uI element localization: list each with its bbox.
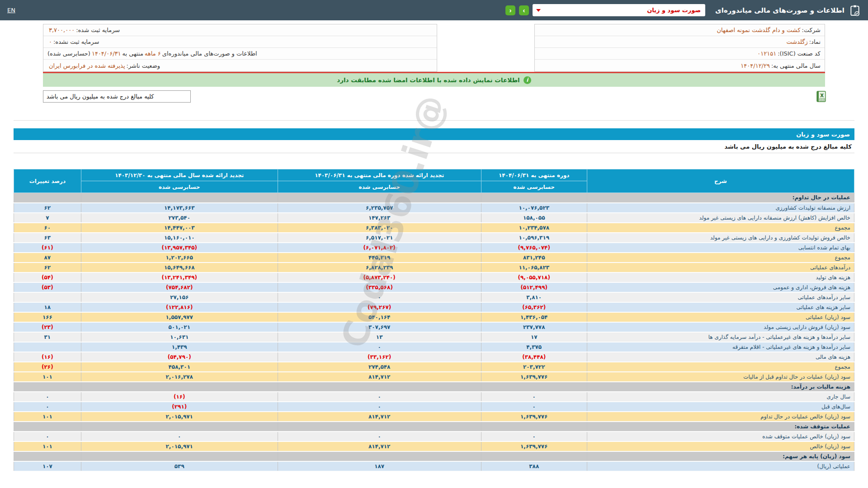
value-prior: ۸۱۴,۷۱۲ (278, 441, 481, 451)
info-value: ۶ ماهه (143, 50, 162, 57)
value-current: ۰ (481, 432, 587, 441)
table-row: سایر هزینه های عملیاتی(۶۵,۳۶۲)(۷۹,۲۶۷)(۱… (14, 302, 854, 312)
income-statement-table: شرح دوره منتهی به ۱۴۰۴/۰۶/۳۱ تجدید ارائه… (14, 169, 854, 472)
table-row: سال‌های قبل۰۰(۲۹۱)۰ (14, 402, 854, 412)
table-row: بهای تمام شده انتسابی(۹,۷۶۵,۰۷۴)(۶,۰۷۱,۸… (14, 243, 854, 253)
value-year: (۵۴,۷۹۰) (81, 352, 278, 362)
value-prior: ۰ (278, 342, 481, 352)
statement-title-bar: صورت سود و زیان (14, 128, 854, 140)
value-year: ۱,۲۰۲,۶۶۵ (81, 253, 278, 263)
report-title-group: اطلاعات و صورت‌های مالی میاندوره‌ای (715, 5, 861, 16)
previous-statement-button[interactable]: ‹ (505, 5, 515, 15)
info-row-left: وضعیت ناشر: پذیرفته شده در فرابورس ایران (43, 60, 437, 71)
signature-match-banner: i اطلاعات نمایش داده شده با اطلاعات امضا… (43, 73, 825, 87)
value-current: ۰ (481, 392, 587, 402)
table-row: سود (زیان) خالص۱,۶۳۹,۷۷۶۸۱۴,۷۱۲۲,۰۱۵,۹۷۱… (14, 441, 854, 451)
value-change-percent: ۱۶۶ (14, 312, 81, 322)
info-row-left: سرمایه ثبت نشده: ۰ (43, 36, 437, 48)
desc-cell: سایر هزینه های عملیاتی (587, 302, 854, 312)
info-label: شرکت: (802, 27, 821, 33)
desc-cell: سایر درآمدها و هزینه های غیرعملیاتی - در… (587, 332, 854, 342)
value-prior: ۰ (278, 392, 481, 402)
value-year: ۴۵۸,۳۰۱ (81, 362, 278, 372)
col-header-current-period: دوره منتهی به ۱۴۰۴/۰۶/۳۱ (481, 169, 587, 181)
value-current: ۱۵۸,۰۵۵ (481, 213, 587, 223)
desc-cell: سایر درآمدها و هزینه های غیرعملیاتی - اق… (587, 342, 854, 352)
info-row-left: اطلاعات و صورت‌های مالی میاندوره‌ای ۶ ما… (43, 48, 437, 60)
desc-cell: عملیات متوقف شده: (587, 422, 854, 432)
value-prior: (۳۳۵,۵۶۸) (278, 282, 481, 292)
value-prior: ۰ (278, 402, 481, 412)
col-header-fiscal-year: تجدید ارائه شده سال مالی منتهی به ۱۴۰۳/۱… (81, 169, 278, 181)
value-prior: ۶,۸۲۸,۲۳۹ (278, 263, 481, 272)
section-divider (14, 120, 854, 121)
value-year: ۲۷,۱۵۶ (81, 292, 278, 302)
value-year: ۲,۰۱۵,۹۷۱ (81, 441, 278, 451)
desc-cell: سود (زیان) عملیات در حال تداوم قبل از ما… (587, 372, 854, 382)
value-current: (۹,۷۶۵,۰۷۴) (481, 243, 587, 253)
desc-cell: مجموع (587, 362, 854, 372)
info-value: پذیرفته شده در فرابورس ایران (47, 62, 127, 69)
value-prior: ۶,۳۸۳,۰۲۰ (278, 223, 481, 233)
value-year (81, 193, 278, 203)
desc-cell: هزینه های تولید (587, 272, 854, 282)
value-change-percent: ۰ (14, 432, 81, 441)
value-current: ۳,۸۱۰ (481, 292, 587, 302)
desc-cell: هزینه مالیات بر درآمد: (587, 382, 854, 392)
value-current: ۱,۶۳۹,۷۷۶ (481, 441, 587, 451)
info-row-right: کد صنعت (ISIC): ۰۱۲۱۵۱ (535, 48, 825, 60)
value-current: ۳۸۸ (481, 461, 587, 471)
value-change-percent: (۵۴) (14, 272, 81, 282)
value-prior: (۵,۸۷۳,۲۴۰) (278, 272, 481, 282)
table-row: هزینه های فروش، اداری و عمومی(۵۱۲,۴۹۹)(۳… (14, 282, 854, 292)
chevron-down-icon (536, 9, 541, 12)
value-year: ۱,۵۵۷,۹۷۷ (81, 312, 278, 322)
statement-type-dropdown[interactable]: صورت سود و زیان (533, 4, 705, 16)
desc-cell: سود (زیان) عملیاتی (587, 312, 854, 322)
excel-export-icon[interactable]: X (816, 90, 827, 103)
table-row: مجموع۲۰۳,۷۲۲۲۷۴,۵۴۸۴۵۸,۳۰۱(۲۶) (14, 362, 854, 372)
value-change-percent: (۶۱) (14, 243, 81, 253)
info-label: سال مالی منتهی به: (771, 62, 821, 69)
value-change-percent: ۱۰۱ (14, 412, 81, 422)
signature-match-text: اطلاعات نمایش داده شده با اطلاعات امضا ش… (337, 76, 520, 84)
desc-cell: مجموع (587, 253, 854, 263)
desc-cell: درآمدهای عملیاتی (587, 263, 854, 272)
desc-cell: ارزش منصفانه تولیدات کشاورزی (587, 203, 854, 213)
value-change-percent: ۸۷ (14, 253, 81, 263)
value-prior: (۷۹,۲۶۷) (278, 302, 481, 312)
value-year: (۱۶) (81, 392, 278, 402)
table-row: سود (زیان) فروش دارایی زیستی مولد۲۳۷,۷۷۸… (14, 322, 854, 332)
value-year: ۱۴,۱۷۳,۶۶۳ (81, 203, 278, 213)
value-current: ۱۰,۵۹۶,۳۱۹ (481, 233, 587, 243)
value-change-percent: ۷ (14, 213, 81, 223)
table-row: سود (زیان) خالص عملیات متوقف شده۰۰۰۰ (14, 432, 854, 441)
value-change-percent: ۶۲ (14, 263, 81, 272)
next-statement-button[interactable]: › (519, 5, 529, 15)
english-language-link[interactable]: EN (7, 7, 15, 14)
value-current: ۱,۶۳۹,۷۷۶ (481, 412, 587, 422)
value-prior: ۴۴۵,۲۱۹ (278, 253, 481, 263)
value-prior (278, 451, 481, 461)
value-current: ۲۰۳,۷۲۲ (481, 362, 587, 372)
table-row: مجموع۱۰,۲۳۴,۵۷۸۶,۳۸۳,۰۲۰۱۴,۴۴۷,۰۰۳۶۰ (14, 223, 854, 233)
value-prior (278, 422, 481, 432)
value-change-percent: ۶۳ (14, 233, 81, 243)
table-row: سود (زیان) عملیات در حال تداوم قبل از ما… (14, 372, 854, 382)
section-row: سود (زیان) پایه هر سهم: (14, 451, 854, 461)
table-row: سال جاری۰۰(۱۶)۰ (14, 392, 854, 402)
value-change-percent: ۱۸ (14, 302, 81, 312)
value-current (481, 451, 587, 461)
value-prior: ۳۰۷,۶۹۷ (278, 322, 481, 332)
value-prior: ۶,۲۳۵,۷۵۷ (278, 203, 481, 213)
value-change-percent: ۱۰۱ (14, 441, 81, 451)
value-change-percent (14, 292, 81, 302)
value-change-percent (14, 422, 81, 432)
table-row: سایر درآمدها و هزینه های غیرعملیاتی - اق… (14, 342, 854, 352)
audited-label: حسابرسی شده (481, 181, 587, 193)
value-prior: ۵۴۰,۱۶۴ (278, 312, 481, 322)
value-prior (278, 193, 481, 203)
col-header-description: شرح (587, 169, 854, 193)
company-info-section: شرکت: کشت و دام گلدشت نمونه اصفهان نماد:… (43, 24, 825, 72)
value-current: ۱,۴۳۶,۰۵۴ (481, 312, 587, 322)
